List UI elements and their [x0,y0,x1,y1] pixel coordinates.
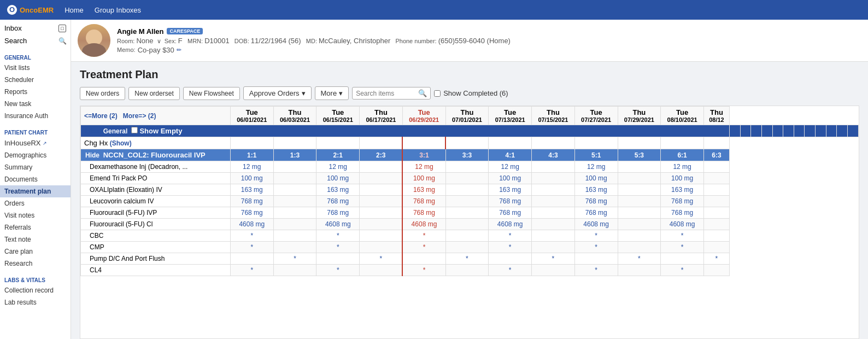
drug-dose-4-7 [532,207,575,219]
nccn-cycle-8: 5:1 [574,149,618,161]
nccn-cycle-10: 6:1 [661,149,704,161]
sidebar-item-visit-lists[interactable]: Visit lists [0,62,71,74]
more-dropdown-arrow-icon: ▾ [339,89,343,97]
edit-memo-icon[interactable]: ✏ [177,46,181,54]
column-headers-row: <=More (2) More=> (2) Tue06/01/2021Thu06… [81,107,859,125]
hide-nccn-button[interactable]: Hide [85,151,99,159]
sidebar-labs-header: Labs & Vitals [0,274,71,284]
general-section-row: Hide General Show Empty [81,125,859,137]
sidebar-item-new-task[interactable]: New task [0,98,71,110]
drug-dose-8-5: * [445,253,489,265]
drug-dose-3-3 [360,196,403,207]
sidebar-item-inbox[interactable]: Inbox □ [0,22,71,34]
drug-dose-2-9 [618,184,661,196]
drug-dose-2-5 [445,184,489,196]
drug-dose-4-8: 768 mg [574,207,618,219]
sidebar-item-text-note[interactable]: Text note [0,233,71,246]
nav-next-button[interactable]: More=> (2) [123,112,156,120]
show-completed-checkbox[interactable] [434,90,441,97]
drug-dose-7-8: * [574,242,618,253]
drug-dose-4-3 [360,207,403,219]
drug-dose-8-11: * [703,253,729,265]
nccn-cycle-4: 3:1 [402,149,445,161]
col-header-9: Thu07/29/2021 [618,107,661,125]
drug-dose-9-8: * [574,265,618,276]
new-orderset-button[interactable]: New orderset [128,87,179,100]
search-input[interactable] [356,90,416,97]
nav-group-inboxes[interactable]: Group Inboxes [95,6,141,14]
nccn-cycle-2: 2:1 [316,149,360,161]
table-row: Dexamethasone Inj (Decadron, ...12 mg12 … [81,161,859,173]
sidebar-item-visit-notes[interactable]: Visit notes [0,209,71,221]
sidebar-item-search[interactable]: Search 🔍 [0,34,71,47]
show-empty-checkbox[interactable] [131,127,138,133]
sidebar-item-care-plan[interactable]: Care plan [0,246,71,258]
sidebar-item-orders[interactable]: Orders [0,197,71,209]
drug-dose-0-7 [532,161,575,173]
more-button[interactable]: More ▾ [315,86,349,100]
sidebar-item-scheduler[interactable]: Scheduler [0,74,71,86]
drug-dose-5-8: 4608 mg [574,219,618,230]
drug-dose-1-1 [273,173,316,184]
nav-prev-button[interactable]: <=More (2) [84,112,118,120]
sidebar-item-lab-results[interactable]: Lab results [0,296,71,308]
sidebar-item-treatment-plan[interactable]: Treatment plan [0,185,71,197]
drug-dose-5-5 [445,219,489,230]
nccn-cycle-6: 4:1 [489,149,532,161]
drug-dose-1-2: 100 mg [316,173,360,184]
table-row: OXALIplatin (Eloxatin) IV163 mg163 mg163… [81,184,859,196]
drug-dose-4-1 [273,207,316,219]
drug-dose-3-7 [532,196,575,207]
drug-dose-7-3 [360,242,403,253]
table-row: Pump D/C And Port Flush****** [81,253,859,265]
drug-dose-4-6: 768 mg [489,207,532,219]
drug-dose-7-2: * [316,242,360,253]
nccn-cycle-11: 6:3 [703,149,729,161]
patient-memo: Memo: Co-pay $30 ✏ [117,46,861,54]
drug-dose-2-3 [360,184,403,196]
page-title: Treatment Plan [80,68,859,81]
sidebar-item-referrals[interactable]: Referrals [0,221,71,233]
chg-hx-show-button[interactable]: (Show) [110,139,132,147]
approve-orders-button[interactable]: Approve Orders ▾ [243,86,312,100]
drug-dose-8-7: * [532,253,575,265]
drug-dose-7-6: * [489,242,532,253]
sidebar-item-insurance-auth[interactable]: Insurance Auth [0,110,71,122]
sidebar-item-collection-record[interactable]: Collection record [0,284,71,296]
sidebar-item-summary[interactable]: Summary [0,161,71,173]
drug-dose-9-9 [618,265,661,276]
sidebar-item-documents[interactable]: Documents [0,173,71,185]
col-header-0: Tue06/01/2021 [230,107,273,125]
drug-dose-8-6 [489,253,532,265]
nav-header-cell: <=More (2) More=> (2) [81,107,231,125]
patient-info: Angie M Allen CARESPACE Room: None ∨ Sex… [117,27,861,54]
drug-dose-5-3 [360,219,403,230]
drug-dose-1-11 [703,173,729,184]
sidebar-patient-chart-header: Patient Chart [0,126,71,137]
chg-hx-label: Chg Hx [84,139,108,147]
drug-dose-6-5 [445,230,489,242]
drug-dose-0-11 [703,161,729,173]
drug-label-6: CBC [81,230,231,242]
drug-dose-6-9 [618,230,661,242]
drug-dose-3-4: 768 mg [402,196,445,207]
drug-dose-6-3 [360,230,403,242]
sidebar-item-research[interactable]: Research [0,258,71,270]
drug-dose-1-6: 100 mg [489,173,532,184]
drug-dose-6-1 [273,230,316,242]
nav-home[interactable]: Home [64,6,84,14]
col-header-1: Thu06/03/2021 [273,107,316,125]
new-flowsheet-button[interactable]: New Flowsheet [183,87,240,100]
treatment-table-container: <=More (2) More=> (2) Tue06/01/2021Thu06… [80,106,859,339]
drug-dose-7-5 [445,242,489,253]
drug-dose-5-1 [273,219,316,230]
new-orders-button[interactable]: New orders [80,87,125,100]
external-link-icon: ↗ [43,141,47,146]
sidebar-item-demographics[interactable]: Demographics [0,149,71,161]
sidebar-item-reports[interactable]: Reports [0,86,71,98]
sidebar-item-inhousrx[interactable]: InHouseRX ↗ [0,137,71,149]
hide-general-button[interactable]: Hide [85,127,99,135]
drug-dose-4-4: 768 mg [402,207,445,219]
drug-dose-2-4: 163 mg [402,184,445,196]
col-header-5: Thu07/01/2021 [445,107,489,125]
